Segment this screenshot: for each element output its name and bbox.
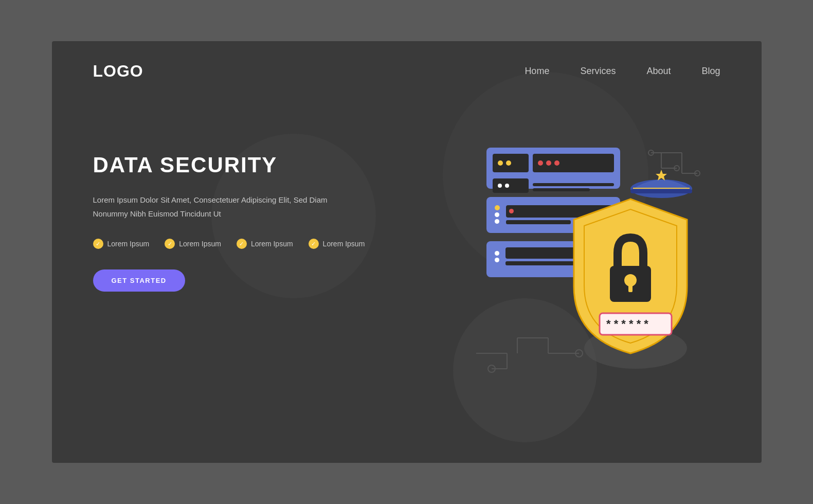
dot-red-3 xyxy=(554,160,559,166)
feature-item-1: ✓ Lorem Ipsum xyxy=(93,239,150,249)
header: LOGO Home Services About Blog xyxy=(52,41,762,101)
dot-red-1 xyxy=(538,160,543,166)
feature-label-3: Lorem Ipsum xyxy=(251,240,293,248)
navigation: Home Services About Blog xyxy=(525,66,720,77)
nav-item-about[interactable]: About xyxy=(646,66,671,77)
svg-rect-23 xyxy=(628,284,633,292)
hero-illustration: * * * * * * xyxy=(438,122,720,461)
dot-white-6 xyxy=(495,258,499,262)
feature-item-3: ✓ Lorem Ipsum xyxy=(237,239,293,249)
dot-yellow-2 xyxy=(506,160,511,166)
dot-red-2 xyxy=(546,160,551,166)
feature-label-2: Lorem Ipsum xyxy=(179,240,221,248)
features-list: ✓ Lorem Ipsum ✓ Lorem Ipsum ✓ Lorem Ipsu… xyxy=(93,239,438,249)
dot-white-3 xyxy=(495,212,499,217)
hero-description: Lorem Ipsum Dolor Sit Amet, Consectetuer… xyxy=(93,193,340,221)
feature-item-4: ✓ Lorem Ipsum xyxy=(309,239,365,249)
server-unit-top xyxy=(486,148,620,189)
get-started-button[interactable]: GET STARTED xyxy=(93,269,185,292)
dot-yellow-3 xyxy=(495,205,500,210)
svg-rect-18 xyxy=(630,189,692,193)
main-content: DATA SECURITY Lorem Ipsum Dolor Sit Amet… xyxy=(52,101,762,461)
check-icon-3: ✓ xyxy=(237,239,247,249)
nav-item-home[interactable]: Home xyxy=(525,66,549,77)
check-icon-4: ✓ xyxy=(309,239,319,249)
dot-white-4 xyxy=(495,219,499,224)
page-container: LOGO Home Services About Blog DATA SECUR… xyxy=(52,41,762,463)
svg-text:* * * * * *: * * * * * * xyxy=(606,317,648,330)
nav-item-services[interactable]: Services xyxy=(580,66,616,77)
feature-item-2: ✓ Lorem Ipsum xyxy=(165,239,221,249)
security-illustration: * * * * * * xyxy=(456,132,702,410)
feature-label-4: Lorem Ipsum xyxy=(323,240,365,248)
check-icon-2: ✓ xyxy=(165,239,175,249)
dot-white-2 xyxy=(505,184,509,188)
logo: LOGO xyxy=(93,62,143,81)
svg-marker-19 xyxy=(656,170,667,181)
nav-item-blog[interactable]: Blog xyxy=(701,66,720,77)
check-icon-1: ✓ xyxy=(93,239,103,249)
dot-yellow-1 xyxy=(498,160,503,166)
dot-white-5 xyxy=(495,251,499,256)
security-shield: * * * * * * xyxy=(564,194,697,358)
dot-red-4 xyxy=(509,209,514,213)
hero-section: DATA SECURITY Lorem Ipsum Dolor Sit Amet… xyxy=(93,122,438,461)
hero-title: DATA SECURITY xyxy=(93,153,438,177)
dot-white-1 xyxy=(498,184,502,188)
feature-label-1: Lorem Ipsum xyxy=(107,240,150,248)
